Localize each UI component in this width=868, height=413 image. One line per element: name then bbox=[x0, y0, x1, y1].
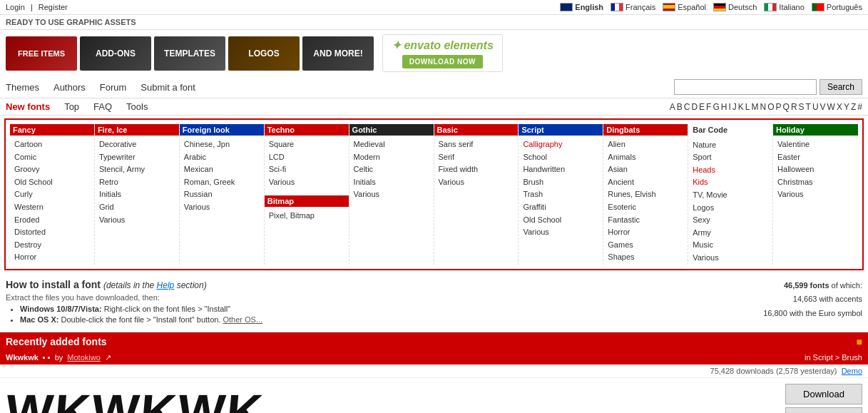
nav-top[interactable]: Top bbox=[64, 101, 79, 112]
lang-portuguese[interactable]: Português bbox=[812, 3, 862, 11]
cat-bitmap-header[interactable]: Bitmap bbox=[265, 195, 349, 207]
alpha-H[interactable]: H bbox=[721, 102, 727, 112]
cat-foreign-look-header[interactable]: Foreign look bbox=[180, 124, 264, 136]
cat-item[interactable]: Various bbox=[269, 176, 344, 189]
alpha-D[interactable]: D bbox=[691, 102, 698, 112]
cat-item[interactable]: Various bbox=[99, 214, 175, 227]
lang-german[interactable]: Deutsch bbox=[713, 3, 757, 11]
cat-techno-header[interactable]: Techno bbox=[265, 124, 349, 136]
lang-french[interactable]: Français bbox=[611, 3, 655, 11]
cat-item[interactable]: Games bbox=[608, 239, 683, 252]
alpha-E[interactable]: E bbox=[699, 102, 705, 112]
cat-item[interactable]: Stencil, Army bbox=[99, 163, 175, 176]
nav-submit-font[interactable]: Submit a font bbox=[141, 82, 195, 93]
tile-and-more[interactable]: AND MORE! bbox=[302, 36, 374, 71]
alpha-I[interactable]: I bbox=[728, 102, 730, 112]
cat-item[interactable]: Pixel, Bitmap bbox=[269, 210, 344, 223]
search-button[interactable]: Search bbox=[820, 79, 862, 95]
cat-item[interactable]: Various bbox=[693, 252, 768, 265]
cat-item[interactable]: Alien bbox=[608, 138, 683, 151]
lang-spanish[interactable]: Español bbox=[663, 3, 706, 11]
cat-item[interactable]: Ancient bbox=[608, 176, 683, 189]
cat-item[interactable]: Celtic bbox=[354, 163, 429, 176]
alpha-P[interactable]: P bbox=[776, 102, 782, 112]
nav-new-fonts[interactable]: New fonts bbox=[6, 101, 50, 112]
cat-item[interactable]: Army bbox=[693, 227, 768, 240]
cat-item[interactable]: Bar Code bbox=[693, 124, 768, 137]
cat-item[interactable]: Retro bbox=[99, 176, 175, 189]
alpha-R[interactable]: R bbox=[791, 102, 797, 112]
other-os-link[interactable]: Other OS... bbox=[223, 315, 262, 324]
donate-button[interactable]: Donate to author bbox=[785, 407, 862, 413]
cat-item[interactable]: Graffiti bbox=[523, 201, 598, 214]
alpha-Z[interactable]: Z bbox=[851, 102, 856, 112]
alpha-M[interactable]: M bbox=[752, 102, 759, 112]
cat-item[interactable]: Easter bbox=[777, 151, 854, 164]
alpha-V[interactable]: V bbox=[820, 102, 826, 112]
lang-english[interactable]: English bbox=[560, 3, 603, 11]
alpha-C[interactable]: C bbox=[684, 102, 690, 112]
cat-item[interactable]: Brush bbox=[523, 176, 598, 189]
cat-item[interactable]: Grid bbox=[99, 201, 175, 214]
cat-item[interactable]: Sci-fi bbox=[269, 163, 344, 176]
cat-item[interactable]: Eroded bbox=[14, 214, 90, 227]
cat-item[interactable]: Various bbox=[523, 226, 598, 239]
alpha-U[interactable]: U bbox=[812, 102, 819, 112]
cat-item[interactable]: Old School bbox=[523, 214, 598, 227]
cat-item-heads[interactable]: Heads bbox=[693, 164, 768, 177]
cat-item[interactable]: Music bbox=[693, 239, 768, 252]
cat-item[interactable]: Distorted bbox=[14, 226, 90, 239]
alpha-B[interactable]: B bbox=[677, 102, 683, 112]
cat-gothic-header[interactable]: Gothic bbox=[349, 124, 434, 136]
cat-item[interactable]: Various bbox=[184, 201, 260, 214]
cat-item[interactable]: Typewriter bbox=[99, 151, 175, 164]
cat-item[interactable]: Serif bbox=[439, 151, 514, 164]
cat-item[interactable]: Decorative bbox=[99, 138, 175, 151]
alpha-X[interactable]: X bbox=[837, 102, 842, 112]
nav-themes[interactable]: Themes bbox=[6, 82, 39, 93]
cat-item[interactable]: Trash bbox=[523, 188, 598, 201]
cat-fancy-header[interactable]: Fancy bbox=[10, 124, 94, 136]
cat-item[interactable]: Various bbox=[354, 188, 429, 201]
cat-item[interactable]: Initials bbox=[99, 188, 175, 201]
register-link[interactable]: Register bbox=[39, 3, 68, 11]
tile-logos[interactable]: LOGOS bbox=[228, 36, 300, 71]
cat-item-calligraphy[interactable]: Calligraphy bbox=[523, 138, 598, 151]
rss-icon[interactable]: ■ bbox=[857, 336, 862, 347]
cat-dingbats-header[interactable]: Dingbats bbox=[603, 124, 688, 136]
cat-item[interactable]: Horror bbox=[14, 251, 90, 264]
cat-item[interactable]: Sport bbox=[693, 151, 768, 164]
cat-basic-header[interactable]: Basic bbox=[434, 124, 519, 136]
cat-item[interactable]: Various bbox=[777, 188, 854, 201]
cat-item[interactable]: Modern bbox=[354, 151, 429, 164]
lang-italian[interactable]: Italiano bbox=[764, 3, 804, 11]
cat-item[interactable]: Western bbox=[14, 201, 90, 214]
login-link[interactable]: Login bbox=[6, 3, 25, 11]
cat-item[interactable]: Halloween bbox=[777, 163, 854, 176]
cat-item[interactable]: Various bbox=[439, 176, 514, 189]
nav-tools[interactable]: Tools bbox=[126, 101, 148, 112]
cat-item[interactable]: Fixed width bbox=[439, 163, 514, 176]
font-demo-link[interactable]: Demo bbox=[842, 367, 862, 375]
alpha-L[interactable]: L bbox=[745, 102, 750, 112]
cat-item[interactable]: Asian bbox=[608, 163, 683, 176]
nav-forum[interactable]: Forum bbox=[100, 82, 127, 93]
cat-fire-ice-header[interactable]: Fire, Ice bbox=[95, 124, 179, 136]
alpha-Y[interactable]: Y bbox=[844, 102, 849, 112]
nav-authors[interactable]: Authors bbox=[53, 82, 86, 93]
alpha-N[interactable]: N bbox=[760, 102, 767, 112]
tile-templates[interactable]: TEMPLATES bbox=[154, 36, 225, 71]
alpha-O[interactable]: O bbox=[767, 102, 774, 112]
cat-item[interactable]: Handwritten bbox=[523, 163, 598, 176]
cat-item[interactable]: Cartoon bbox=[14, 138, 90, 151]
cat-item[interactable]: Nature bbox=[693, 139, 768, 152]
cat-item[interactable]: Square bbox=[269, 138, 344, 151]
cat-item[interactable]: Russian bbox=[184, 188, 260, 201]
cat-item[interactable]: School bbox=[523, 151, 598, 164]
cat-item[interactable]: Arabic bbox=[184, 151, 260, 164]
envato-download-button[interactable]: DOWNLOAD NOW bbox=[402, 55, 483, 68]
cat-script-header[interactable]: Script bbox=[519, 124, 603, 136]
alpha-A[interactable]: A bbox=[670, 102, 675, 112]
cat-item-kids[interactable]: Kids bbox=[693, 176, 768, 189]
font-author[interactable]: Motokiwo bbox=[67, 353, 100, 362]
